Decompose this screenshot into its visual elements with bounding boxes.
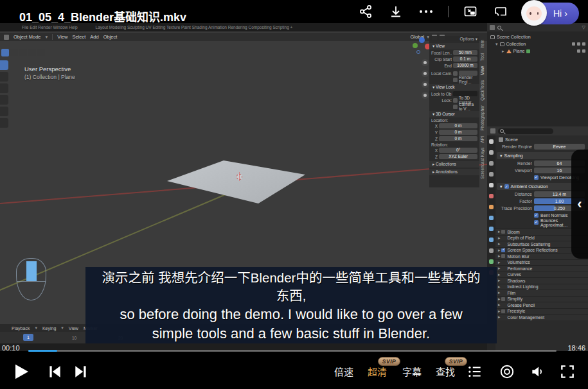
n-panel: Options ▾ ▾ View Focal Len…50 mm Clip St… xyxy=(429,36,479,187)
subtitle-zh-line2: 东西, xyxy=(85,287,497,305)
particles-properties-icon xyxy=(489,227,494,231)
output-properties-icon xyxy=(489,161,494,166)
middle-mouse-button-highlight xyxy=(26,261,37,281)
checkbox-checked xyxy=(504,184,509,189)
visibility-icons xyxy=(572,42,588,46)
cast-to-tv-button[interactable] xyxy=(492,3,509,20)
disclosure-icon: ▸ xyxy=(498,272,500,277)
next-button[interactable] xyxy=(73,363,89,380)
disclosure-icon: ▾ xyxy=(500,152,503,159)
options-dropdown: Options xyxy=(460,37,474,41)
render-samples-label: Render xyxy=(499,161,532,166)
z-label: Z xyxy=(431,137,438,141)
viewport-perspective-label: User Perspective xyxy=(24,65,71,73)
subtitle-zh-line1: 演示之前 我想先介绍一下Blender中的一些简单工具和一些基本的 xyxy=(85,269,497,287)
disclosure-icon: ▸ xyxy=(498,266,500,271)
checkbox-checked xyxy=(534,175,539,180)
data-properties-icon xyxy=(489,259,494,264)
viewlayer-properties-icon xyxy=(489,172,494,177)
more-button[interactable] xyxy=(418,3,434,20)
playlist-button[interactable] xyxy=(467,363,483,380)
progress-bar[interactable] xyxy=(28,350,557,352)
side-drawer-toggle[interactable]: ‹ xyxy=(571,150,588,259)
modifier-properties-icon xyxy=(489,216,494,220)
subtitle-overlay: 演示之前 我想先介绍一下Blender中的一些简单工具和一些基本的 东西, so… xyxy=(85,267,497,343)
player-top-bar: 01_05_4_Blender基础知识.mkv xyxy=(0,0,588,23)
clip-end-label: End xyxy=(431,64,452,68)
move-tool-icon xyxy=(0,83,8,93)
n-panel-tab: QuickTools xyxy=(479,79,487,102)
chevron-down-icon: ▾ xyxy=(46,34,48,40)
blender-menus: File Edit Render Window Help xyxy=(0,25,78,30)
constraints-properties-icon xyxy=(489,248,494,253)
download-button[interactable] xyxy=(388,3,404,20)
scene-collection-icon xyxy=(490,35,495,39)
playback-speed-button[interactable]: 倍速 xyxy=(334,365,353,378)
svip-badge-quality: SVIP xyxy=(378,357,400,366)
checkbox xyxy=(501,230,505,234)
divider xyxy=(448,6,449,17)
object-properties-icon xyxy=(489,205,494,209)
search-in-video-button[interactable]: 查找 xyxy=(436,365,455,378)
x-label: X xyxy=(431,148,438,153)
scene-icon xyxy=(499,137,503,142)
chevron-right-icon: › xyxy=(564,8,567,19)
picture-in-picture-button[interactable] xyxy=(462,3,479,20)
rotation-label: Rotation: xyxy=(431,143,448,147)
object-label: Plane xyxy=(513,49,525,53)
checkbox-checked xyxy=(534,220,539,225)
z-label: Z xyxy=(431,155,438,159)
scene-properties-icon xyxy=(489,183,494,187)
menu-add: Add xyxy=(90,34,98,40)
checkbox xyxy=(501,297,505,301)
clip-end-value: 10000 m xyxy=(453,63,477,68)
disclosure-icon: ▸ xyxy=(498,302,500,307)
breadcrumb: Scene xyxy=(505,137,518,142)
mode-dropdown: Object Mode xyxy=(13,34,41,40)
fullscreen-button[interactable] xyxy=(559,363,576,380)
collapsed-section-row: ▸ Performance xyxy=(495,265,588,272)
disclosure-icon: ▸ xyxy=(432,169,434,174)
subtitle-button[interactable]: 字幕 xyxy=(402,365,422,378)
section-label: Performance xyxy=(507,266,532,271)
section-view: View xyxy=(436,44,445,48)
tool-icon xyxy=(28,49,36,56)
disclosure-icon: ▸ xyxy=(498,290,500,295)
volume-button[interactable] xyxy=(530,363,546,380)
checkbox-checked xyxy=(534,213,539,218)
disclosure-icon: ▸ xyxy=(498,297,500,302)
section-view-lock: View Lock xyxy=(436,85,455,89)
share-button[interactable] xyxy=(357,3,374,20)
tool-settings-row xyxy=(1,49,45,56)
tool-icon xyxy=(19,49,27,56)
account-button[interactable]: Hi › xyxy=(522,3,579,24)
transform-tool-icon xyxy=(0,118,8,128)
collapsed-section-row: ▸ Indirect Lighting xyxy=(495,284,588,290)
checkbox xyxy=(501,254,505,258)
video-title: 01_05_4_Blender基础知识.mkv xyxy=(19,8,186,24)
physics-properties-icon xyxy=(489,238,494,242)
current-frame-indicator: 1 xyxy=(23,334,33,341)
previous-button[interactable] xyxy=(46,363,63,380)
collection-label: Collection xyxy=(506,42,526,46)
disclosure-icon: ▸ xyxy=(498,236,500,241)
record-gif-button[interactable] xyxy=(499,363,515,380)
n-panel-tab: Item xyxy=(479,39,487,49)
video-surface[interactable]: File Edit Render Window Help Layout Mode… xyxy=(0,23,588,351)
disclosure-icon: ▸ xyxy=(498,260,500,265)
camera-view-icon xyxy=(422,81,429,88)
collection-icon xyxy=(500,42,504,46)
checkbox xyxy=(453,71,458,76)
play-button[interactable] xyxy=(10,361,31,383)
quality-button[interactable]: 超清 xyxy=(368,365,387,378)
disclosure-icon: ▾ xyxy=(432,44,434,48)
n-panel-tab: API xyxy=(479,135,487,144)
section-label: Subsurface Scattering xyxy=(507,242,550,246)
disclosure-icon: ▾ xyxy=(500,183,503,190)
y-axis-ball xyxy=(413,43,418,48)
blender-workspace-tabs: Layout Modeling Sculpting UV Editing Tex… xyxy=(79,25,293,30)
collapsed-section-row: ▸ Freestyle xyxy=(495,308,588,315)
filter-icon: ▽ xyxy=(582,25,585,30)
clip-start-label: Clip Start xyxy=(431,57,452,62)
scene-collection-label: Scene Collection xyxy=(497,35,531,39)
